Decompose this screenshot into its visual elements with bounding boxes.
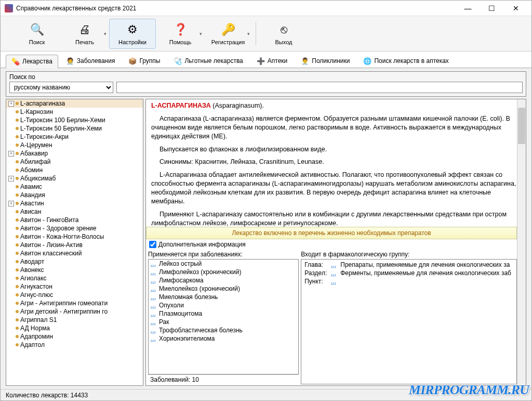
details-link[interactable]: ... (151, 302, 156, 309)
tree-item[interactable]: L-Тироксин 50 Берлин-Хеми (6, 124, 143, 133)
disease-row[interactable]: ...Рак (149, 318, 298, 326)
expand-icon[interactable]: + (8, 176, 14, 182)
tree-item[interactable]: +Авастин (6, 199, 143, 208)
tree-item[interactable]: +Абакавир (6, 149, 143, 158)
tree-item[interactable]: Авитон - Здоровое зрение (6, 224, 143, 232)
benefits-icon: 🩺 (174, 57, 182, 65)
article-paragraph: Применяют L-аспарагиназу самостоятельно … (151, 210, 516, 227)
toolbar-register-button[interactable]: 🔑Регистрация▾ (205, 19, 251, 49)
toolbar-settings-button[interactable]: ⚙Настройки (109, 19, 156, 49)
tree-item[interactable]: Авитон классический (6, 249, 143, 257)
details-link[interactable]: ... (151, 318, 156, 326)
expand-icon[interactable]: + (8, 201, 14, 206)
tree-item[interactable]: L-Тироксин 100 Берлин-Хеми (6, 116, 143, 124)
details-link[interactable]: ... (151, 260, 156, 267)
details-link[interactable]: ... (151, 277, 156, 284)
tree-item[interactable]: +Абциксимаб (6, 174, 143, 183)
tree-item[interactable]: Авамис (6, 183, 143, 191)
tree-item[interactable]: Агри детский - Антигриппин го (6, 307, 143, 316)
bullet-icon (16, 302, 19, 305)
toolbar-print-button[interactable]: 🖨Печать▾ (61, 19, 108, 49)
tab-benefits[interactable]: 🩺Льготные лекарства (168, 54, 248, 68)
tree-item[interactable]: А-Церумен (6, 141, 143, 149)
chevron-down-icon: ▾ (200, 31, 202, 36)
expand-icon[interactable]: + (8, 101, 14, 107)
tab-bar: 💊Лекарства🧑‍⚕️Заболевания📦Группы🩺Льготны… (1, 51, 531, 68)
expand-icon[interactable]: + (8, 151, 14, 157)
pharmgroup-body[interactable]: Глава:...Препараты, применяемые для лече… (301, 259, 517, 384)
details-link[interactable]: ... (151, 310, 156, 317)
disease-row[interactable]: ...Лимфолейкоз (хронический) (149, 268, 298, 276)
chevron-down-icon: ▾ (247, 31, 250, 36)
disease-row[interactable]: ...Миеломная болезнь (149, 293, 298, 301)
tree-item[interactable]: Авандия (6, 191, 143, 199)
search-label: Поиск по (9, 73, 523, 81)
disease-row[interactable]: ...Миелолейкоз (хронический) (149, 284, 298, 293)
bullet-icon (16, 144, 19, 147)
tree-item[interactable]: АД Норма (6, 324, 143, 332)
close-button[interactable]: ✕ (504, 1, 527, 16)
tree-item[interactable]: Агри - Антигриппин гомеопати (6, 299, 143, 307)
search-input[interactable] (116, 82, 523, 93)
details-link[interactable]: ... (331, 278, 336, 285)
search-icon: 🔍 (29, 22, 45, 37)
details-link[interactable]: ... (151, 335, 156, 342)
disease-row[interactable]: ...Опухоли (149, 301, 298, 309)
tab-groups[interactable]: 📦Группы (123, 54, 166, 68)
disease-row[interactable]: ...Трофобластическая болезнь (149, 326, 298, 334)
tree-item[interactable]: L-Карнозин (6, 108, 143, 116)
tab-clinics[interactable]: 👨‍⚕️Поликлиники (295, 54, 355, 68)
bullet-icon (16, 343, 19, 346)
details-link[interactable]: ... (331, 261, 336, 268)
tab-findpharm[interactable]: 🌐Поиск лекарств в аптеках (357, 54, 454, 68)
minimize-button[interactable]: — (456, 1, 480, 16)
diseases-list[interactable]: ...Лейкоз острый...Лимфолейкоз (хроничес… (148, 259, 299, 374)
details-link[interactable]: ... (151, 327, 156, 334)
disease-row[interactable]: ...Плазмоцитома (149, 309, 298, 318)
description-area[interactable]: L-АСПАРАГИНАЗА (Asparaginasum).Аспарагин… (146, 99, 526, 227)
tree-item[interactable]: Адаптол (6, 341, 143, 349)
tab-diseases[interactable]: 🧑‍⚕️Заболевания (60, 54, 121, 68)
tree-item[interactable]: Авитон - Лизин-Актив (6, 241, 143, 249)
maximize-button[interactable]: ☐ (480, 1, 503, 16)
bullet-icon (16, 102, 19, 105)
tree-item[interactable]: Аводарт (6, 257, 143, 266)
tree-item[interactable]: Агнукастон (6, 282, 143, 291)
disease-row[interactable]: ...Лейкоз острый (149, 260, 298, 268)
tree-item[interactable]: Агиолакс (6, 274, 143, 282)
diseases-count: Заболеваний: 10 (148, 374, 299, 384)
pharmgroup-row: Глава:...Препараты, применяемые для лече… (303, 261, 514, 269)
bullet-icon (16, 327, 19, 330)
details-link[interactable]: ... (331, 269, 336, 277)
toolbar-search-button[interactable]: 🔍Поиск (14, 19, 60, 49)
tab-pharmacies[interactable]: ➕Аптеки (251, 54, 294, 68)
toolbar-help-button[interactable]: ❓Помощь▾ (157, 19, 204, 49)
tree-item[interactable]: Адапромин (6, 332, 143, 341)
tree-item[interactable]: Авонекс (6, 266, 143, 274)
tree-item[interactable]: Абилифай (6, 158, 143, 166)
search-type-select[interactable]: русскому названию (9, 82, 113, 93)
additional-info-checkbox[interactable] (149, 241, 156, 248)
disease-row[interactable]: ...Лимфосаркома (149, 276, 298, 284)
essential-meds-banner: Лекарство включено в перечень жизненно н… (146, 227, 517, 239)
detail-scrollbar[interactable] (517, 99, 526, 385)
details-link[interactable]: ... (151, 293, 156, 301)
disease-row[interactable]: ...Хорионэпителиома (149, 334, 298, 343)
tree-item[interactable]: Агриппал S1 (6, 316, 143, 324)
medicine-tree[interactable]: +L-аспарагиназаL-КарнозинL-Тироксин 100 … (6, 99, 143, 386)
details-link[interactable]: ... (151, 285, 156, 292)
tree-item[interactable]: Абомин (6, 166, 143, 174)
print-icon: 🖨 (76, 22, 93, 37)
tree-item[interactable]: Агнус-плюс (6, 291, 143, 299)
tree-item[interactable]: Авитон - ГинкгоВита (6, 216, 143, 224)
bullet-icon (16, 277, 19, 280)
bullet-icon (16, 268, 19, 271)
tree-item[interactable]: Авитон - Кожа-Ногти-Волосы (6, 232, 143, 241)
article-paragraph: Аспарагиназа (L-аспарагиназа) является ф… (151, 114, 516, 141)
tree-item[interactable]: Ависан (6, 208, 143, 216)
details-link[interactable]: ... (151, 268, 156, 276)
tree-item[interactable]: L-Тироксин-Акри (6, 133, 143, 141)
tab-meds[interactable]: 💊Лекарства (6, 55, 58, 68)
toolbar-exit-button[interactable]: ⎋Выход (260, 19, 307, 49)
tree-item[interactable]: +L-аспарагиназа (6, 99, 143, 108)
